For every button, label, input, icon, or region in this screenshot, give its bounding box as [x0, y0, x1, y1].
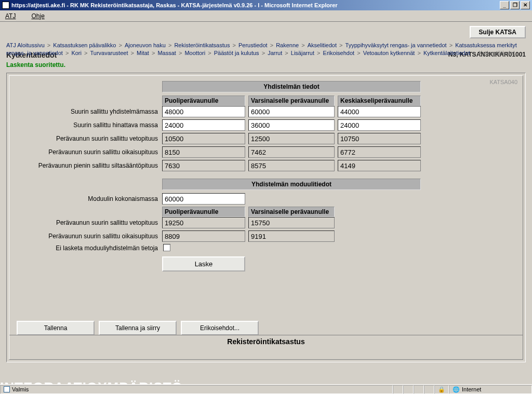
breadcrumb-separator: > — [167, 42, 174, 48]
breadcrumb-link[interactable]: Päästöt ja kulutus — [214, 50, 259, 56]
close-katsa-button[interactable]: Sulje KATSA — [470, 26, 526, 38]
data-cell[interactable] — [338, 106, 421, 117]
no-module-calc-checkbox[interactable] — [163, 244, 170, 251]
restore-button[interactable]: ❐ — [510, 1, 520, 9]
data-cell — [248, 133, 335, 144]
page-icon — [4, 386, 10, 392]
status-message: Laskenta suoritettu. — [6, 61, 526, 69]
data-cell — [248, 217, 335, 228]
lock-icon: 🔒 — [438, 386, 445, 393]
row-label: Perävaunun pienin sallittu siltasääntöpi… — [15, 162, 159, 169]
breadcrumb-separator: > — [117, 42, 124, 48]
status-zone: Internet — [462, 386, 481, 392]
breadcrumb-separator: > — [129, 50, 136, 56]
breadcrumb-separator: > — [231, 42, 237, 48]
section1-header: Yhdistelmän tiedot — [162, 81, 421, 92]
breadcrumb-separator: > — [177, 50, 184, 56]
data-cell — [162, 230, 245, 242]
col-header-varsinainen: Varsinaiselle perävaunulle — [248, 96, 335, 106]
data-cell — [248, 160, 335, 171]
data-cell[interactable] — [162, 119, 245, 131]
breadcrumb-link[interactable]: Ajoneuvon haku — [125, 42, 166, 48]
breadcrumb-separator: > — [283, 50, 290, 56]
save-button[interactable]: Tallenna — [17, 321, 95, 335]
row-label: Perävaunun suurin sallittu oikaisupituus — [15, 233, 159, 240]
row-label: Perävaunun suurin sallittu vetopituus — [15, 135, 159, 142]
col2-header-varsinainen: Varsinaiselle perävaunulle — [248, 207, 335, 217]
breadcrumb-link[interactable]: Massat — [157, 50, 176, 56]
window-title: https://atjtesti.ake.fi - RK MK Rekister… — [11, 2, 500, 8]
breadcrumb-link[interactable]: Akselitiedot — [308, 42, 337, 48]
data-cell — [248, 146, 335, 158]
breadcrumb-separator: > — [315, 50, 322, 56]
breadcrumb-link[interactable]: Tyyppihyväksytyt rengas- ja vannetiedot — [345, 42, 447, 48]
breadcrumb-link[interactable]: Katsastuksen päävalikko — [53, 42, 116, 48]
breadcrumb-link[interactable]: Turvavarusteet — [90, 50, 128, 56]
breadcrumb-link[interactable]: Jarrut — [268, 50, 282, 56]
breadcrumb-separator: > — [448, 42, 455, 48]
breadcrumb-link[interactable]: Mitat — [137, 50, 149, 56]
data-cell — [338, 146, 421, 158]
laske-button[interactable]: Laske — [162, 256, 245, 271]
data-cell[interactable] — [338, 119, 421, 131]
menu-atj[interactable]: ATJ — [5, 12, 16, 20]
data-cell — [338, 160, 421, 171]
breadcrumb-current: Kytkentätiedot — [478, 50, 515, 56]
breadcrumb-link[interactable]: Erikoisehdot — [323, 50, 355, 56]
menu-ohje[interactable]: Ohje — [31, 12, 44, 20]
conditions-button[interactable]: Erikoisehdot... — [181, 321, 259, 335]
module-mass-label: Moduulin kokonaismassa — [15, 195, 159, 202]
data-cell — [162, 133, 245, 144]
globe-icon: 🌐 — [453, 386, 460, 393]
col-header-keskiakseli: Keskiakseliperävaunulle — [338, 96, 421, 106]
data-cell — [162, 146, 245, 158]
breadcrumb-separator: > — [471, 50, 478, 56]
breadcrumb-link[interactable]: Rekisteröintikatsastus — [174, 42, 230, 48]
close-window-button[interactable]: ✕ — [521, 1, 530, 9]
breadcrumb-separator: > — [206, 50, 213, 56]
breadcrumb-link[interactable]: Kori — [71, 50, 82, 56]
breadcrumb-separator: > — [416, 50, 422, 56]
breadcrumb-separator: > — [150, 50, 157, 56]
breadcrumb-link[interactable]: Rakenne — [276, 42, 299, 48]
col-header-puoli: Puoliperävaunulle — [162, 96, 245, 106]
breadcrumb-link[interactable]: Lisäjarrut — [291, 50, 314, 56]
main-content: Sulje KATSA ATJ Aloitussivu > Katsastuks… — [0, 22, 532, 384]
form-panel: KATSA040 Yhdistelmän tiedot Puoliperävau… — [6, 73, 526, 362]
breadcrumb-separator: > — [46, 42, 52, 48]
breadcrumb-link[interactable]: ATJ Aloitussivu — [6, 42, 45, 48]
breadcrumb-link[interactable]: Vetoauton kytkennät — [363, 50, 415, 56]
col2-header-puoli: Puoliperävaunulle — [162, 207, 245, 217]
data-cell — [338, 133, 421, 144]
breadcrumb-separator: > — [269, 42, 275, 48]
data-cell[interactable] — [248, 106, 335, 117]
save-move-button[interactable]: Tallenna ja siirry — [99, 321, 177, 335]
data-cell — [162, 217, 245, 228]
data-cell[interactable] — [248, 119, 335, 131]
breadcrumb-link[interactable]: Kytkentälaitetiedot — [423, 50, 470, 56]
breadcrumb-separator: > — [260, 50, 267, 56]
breadcrumb-separator: > — [83, 50, 89, 56]
row-label: Perävaunun suurin sallittu oikaisupituus — [15, 148, 159, 156]
status-ready: Valmis — [12, 386, 29, 392]
breadcrumb-separator: > — [355, 50, 362, 56]
breadcrumb-separator: > — [338, 42, 344, 48]
data-cell[interactable] — [162, 106, 245, 117]
minimize-button[interactable]: _ — [500, 1, 509, 9]
data-cell — [248, 230, 335, 242]
checkbox-label: Ei lasketa moduuliyhdistelmän tietoja — [15, 244, 159, 252]
breadcrumb-link[interactable]: Moottori — [184, 50, 205, 56]
row-label: Suurin sallittu yhdistelmämassa — [15, 108, 159, 115]
bottom-title: Rekisteröintikatsastus — [9, 335, 523, 346]
statusbar: Valmis 🔒 🌐 Internet — [0, 384, 532, 394]
row-label: Suurin sallittu hinattava massa — [15, 121, 159, 129]
menubar: ATJ Ohje — [0, 10, 532, 22]
window-titlebar: https://atjtesti.ake.fi - RK MK Rekister… — [0, 0, 532, 10]
module-mass-input[interactable] — [162, 193, 245, 205]
breadcrumb: ATJ Aloitussivu > Katsastuksen päävalikk… — [6, 42, 526, 57]
breadcrumb-separator: > — [300, 42, 307, 48]
breadcrumb-link[interactable]: Perustiedot — [238, 42, 268, 48]
section2-header: Yhdistelmän moduulitiedot — [162, 179, 421, 190]
panel-code: KATSA040 — [489, 79, 517, 85]
row-label: Perävaunun suurin sallittu vetopituus — [15, 219, 159, 226]
